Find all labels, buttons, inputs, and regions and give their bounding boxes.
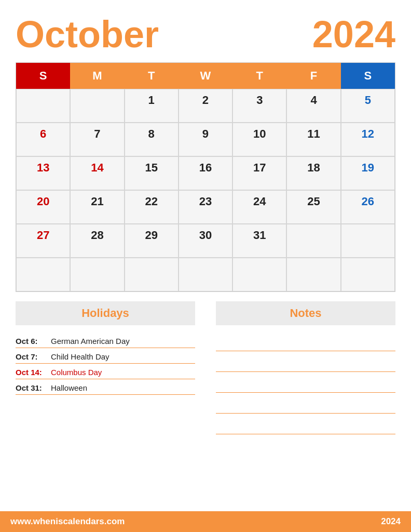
cal-cell-7: 7 [70,123,124,156]
cal-cell-31: 31 [232,224,286,258]
cal-cell-empty [341,258,395,291]
footer: www.wheniscalendars.com 2024 [0,511,411,532]
cal-cell-1: 1 [125,89,179,123]
cal-cell-empty [232,258,286,291]
holiday-item-4: Oct 31: Halloween [16,379,195,395]
cal-cell-24: 24 [232,190,286,224]
cal-cell-9: 9 [179,123,232,156]
holidays-title: Holidays [16,301,195,325]
holiday-date-1: Oct 6: [16,337,43,345]
cal-cell-17: 17 [232,156,286,190]
calendar-page: October 2024 S M T W T F S 1 2 3 4 5 6 7… [0,0,411,532]
holiday-name-3: Columbus Day [51,368,102,377]
holiday-date-2: Oct 7: [16,352,43,361]
cal-cell-empty [16,89,70,123]
holiday-item-3: Oct 14: Columbus Day [16,364,195,379]
cal-cell-30: 30 [179,224,232,258]
cal-cell-10: 10 [232,123,286,156]
cal-cell-25: 25 [286,190,340,224]
note-line-1 [216,332,395,351]
cal-cell-empty [125,258,179,291]
day-header-tuesday: T [125,63,179,89]
cal-cell-15: 15 [125,156,179,190]
day-header-sunday: S [16,63,70,89]
note-line-3 [216,374,395,393]
year-title: 2024 [312,16,395,53]
day-header-saturday: S [341,63,395,89]
notes-section: Notes [206,301,395,532]
cal-cell-4: 4 [286,89,340,123]
cal-cell-26: 26 [341,190,395,224]
cal-cell-18: 18 [286,156,340,190]
holiday-item-1: Oct 6: German American Day [16,332,195,348]
cal-cell-8: 8 [125,123,179,156]
cal-cell-11: 11 [286,123,340,156]
day-header-thursday: T [232,63,286,89]
cal-cell-12: 12 [341,123,395,156]
cal-cell-14: 14 [70,156,124,190]
holidays-section: Holidays Oct 6: German American Day Oct … [16,301,206,532]
cal-cell-5: 5 [341,89,395,123]
cal-cell-23: 23 [179,190,232,224]
cal-cell-empty [179,258,232,291]
cal-cell-empty [16,258,70,291]
notes-title: Notes [216,301,395,325]
bottom-section: Holidays Oct 6: German American Day Oct … [16,301,395,532]
cal-cell-20: 20 [16,190,70,224]
day-header-monday: M [70,63,124,89]
month-title: October [16,16,159,53]
note-line-2 [216,353,395,372]
cal-cell-16: 16 [179,156,232,190]
cal-cell-3: 3 [232,89,286,123]
holiday-date-3: Oct 14: [16,368,43,377]
holiday-name-1: German American Day [51,337,130,345]
holiday-name-2: Child Health Day [51,352,109,361]
calendar-body: 1 2 3 4 5 6 7 8 9 10 11 12 13 14 15 16 1… [16,89,395,291]
day-header-friday: F [286,63,340,89]
cal-cell-22: 22 [125,190,179,224]
cal-cell-27: 27 [16,224,70,258]
header: October 2024 [16,16,395,53]
calendar-header: S M T W T F S [16,63,395,89]
cal-cell-6: 6 [16,123,70,156]
note-line-5 [216,416,395,434]
cal-cell-empty [341,224,395,258]
holiday-date-4: Oct 31: [16,383,43,392]
note-line-4 [216,395,395,414]
cal-cell-empty [286,224,340,258]
cal-cell-21: 21 [70,190,124,224]
cal-cell-empty [286,258,340,291]
cal-cell-13: 13 [16,156,70,190]
footer-year: 2024 [381,516,401,527]
day-header-wednesday: W [179,63,232,89]
footer-url: www.wheniscalendars.com [10,516,125,527]
calendar-grid: S M T W T F S 1 2 3 4 5 6 7 8 9 10 11 12 [16,62,395,292]
cal-cell-29: 29 [125,224,179,258]
holiday-item-2: Oct 7: Child Health Day [16,348,195,364]
holiday-name-4: Halloween [51,383,87,392]
cal-cell-19: 19 [341,156,395,190]
cal-cell-empty [70,89,124,123]
cal-cell-empty [70,258,124,291]
cal-cell-2: 2 [179,89,232,123]
cal-cell-28: 28 [70,224,124,258]
